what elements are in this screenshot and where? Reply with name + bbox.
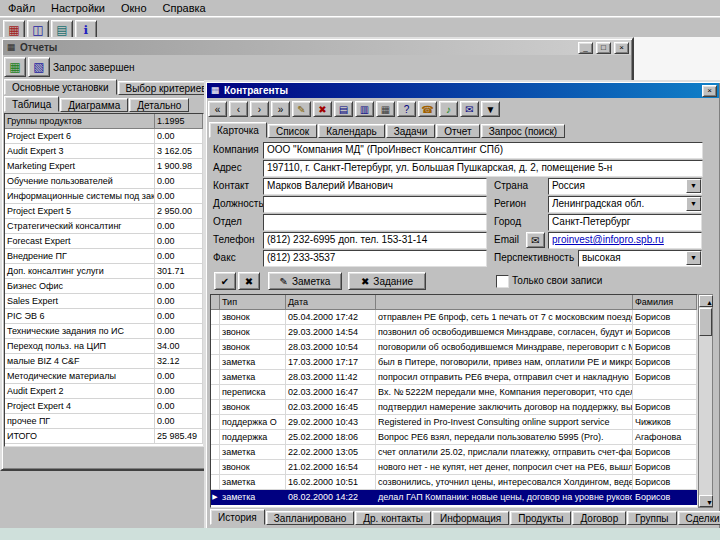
next-record-icon[interactable]: › — [250, 101, 269, 117]
menu-window[interactable]: Окно — [113, 1, 155, 15]
ИТОГО[interactable]: ИТОГО 25 985.49 — [5, 429, 203, 444]
tab-groups[interactable]: Группы — [627, 511, 676, 525]
apply-button[interactable]: ✔ — [214, 272, 236, 290]
scroll-up-button[interactable]: ▲ — [699, 295, 713, 307]
phone-field[interactable]: (812) 232-6995 доп. тел. 153-31-14 — [263, 232, 487, 249]
chevron-down-icon[interactable]: ▼ — [686, 251, 701, 265]
tab-contract[interactable]: Договор — [572, 511, 626, 525]
прочее ПГ[interactable]: прочее ПГ 0.00 — [5, 414, 203, 429]
close-button[interactable]: × — [614, 42, 629, 54]
Forecast Expert[interactable]: Forecast Expert 0.00 — [5, 234, 203, 249]
dropdown-icon[interactable]: ▼ — [481, 101, 500, 117]
tab-tasks[interactable]: Задачи — [386, 124, 436, 138]
history-row[interactable]: заметка 16.02.2000 10:51 созвонились, ут… — [211, 475, 697, 490]
print-icon[interactable]: ▦ — [376, 101, 395, 117]
fax-field[interactable]: (812) 233-3537 — [263, 250, 487, 267]
task-button[interactable]: ✖ Задание — [348, 272, 426, 290]
Audit Expert 3[interactable]: Audit Expert 3 3 162.05 — [5, 144, 203, 159]
description-column-header[interactable] — [376, 295, 633, 310]
note-button[interactable]: ✎ Заметка — [268, 272, 342, 290]
history-row[interactable]: поддержка О 29.02.2000 10:43 Registered … — [211, 415, 697, 430]
send-email-button[interactable]: ✉ — [526, 232, 545, 248]
tab-table[interactable]: Таблица — [4, 96, 59, 112]
mail-icon[interactable]: ✉ — [460, 101, 479, 117]
scrollbar-thumb[interactable] — [699, 308, 712, 336]
tab-planned[interactable]: Запланировано — [266, 511, 355, 525]
Project Expert 6[interactable]: Project Expert 6 0.00 — [5, 129, 203, 144]
surname-column-header[interactable]: Фамилия — [633, 295, 697, 310]
client-titlebar[interactable]: ▦ Контрагенты × — [207, 83, 719, 98]
PIC ЭВ 6[interactable]: PIC ЭВ 6 0.00 — [5, 309, 203, 324]
chevron-down-icon[interactable]: ▼ — [686, 179, 701, 193]
email-field[interactable]: proinvest@infopro.spb.ru — [548, 232, 702, 249]
Project Expert 5[interactable]: Project Expert 5 2 950.00 — [5, 204, 203, 219]
history-row[interactable]: звонок 28.03.2000 10:54 поговорили об ос… — [211, 340, 697, 355]
Audit Expert 2[interactable]: Audit Expert 2 0.00 — [5, 384, 203, 399]
report-col-period[interactable]: 1.1995 — [155, 114, 203, 129]
type-column-header[interactable]: Тип — [220, 295, 286, 310]
history-row[interactable]: переписка 02.03.2000 16:47 Вх. № 5222М п… — [211, 385, 697, 400]
delete-record-icon[interactable]: ✖ — [313, 101, 332, 117]
history-header[interactable]: Тип Дата Фамилия — [211, 295, 697, 310]
sound-icon[interactable]: ♪ — [439, 101, 458, 117]
Sales Expert[interactable]: Sales Expert 0.00 — [5, 294, 203, 309]
scroll-down-button[interactable]: ▼ — [699, 495, 713, 507]
save-record-icon[interactable]: ▥ — [355, 101, 374, 117]
last-record-icon[interactable]: » — [271, 101, 290, 117]
region-combobox[interactable]: Ленинградская обл. ▼ — [548, 196, 702, 213]
history-row[interactable]: заметка 17.03.2000 17:17 был в Питере, п… — [211, 355, 697, 370]
edit-query-icon[interactable]: ▧ — [28, 57, 50, 77]
department-field[interactable] — [263, 214, 487, 231]
tab-products[interactable]: Продукты — [510, 511, 571, 525]
contact-field[interactable]: Марков Валерий Иванович — [263, 178, 487, 195]
date-column-header[interactable]: Дата — [286, 295, 376, 310]
report-col-products[interactable]: Группы продуктов — [5, 114, 155, 129]
tab-other-contacts[interactable]: Др. контакты — [355, 511, 431, 525]
history-scrollbar[interactable]: ▲ ▼ — [698, 294, 713, 508]
tab-query-search[interactable]: Запрос (поиск) — [481, 124, 566, 138]
tab-card[interactable]: Карточка — [209, 122, 267, 138]
city-field[interactable]: Санкт-Петербург — [548, 214, 702, 231]
only-my-records-checkbox[interactable] — [496, 275, 509, 288]
tab-report[interactable]: Отчет — [436, 124, 479, 138]
tab-deals[interactable]: Сделки — [678, 511, 720, 525]
cancel-button[interactable]: ✖ — [238, 272, 260, 290]
help-icon[interactable]: ? — [397, 101, 416, 117]
Методические материалы[interactable]: Методические материалы 0.00 — [5, 369, 203, 384]
history-row[interactable]: звонок 05.04.2000 17:42 отправлен PE 6пр… — [211, 310, 697, 325]
country-combobox[interactable]: Россия ▼ — [548, 178, 702, 195]
tab-list[interactable]: Список — [268, 124, 317, 138]
Доп. консалтинг услуги[interactable]: Доп. консалтинг услуги 301.71 — [5, 264, 203, 279]
menu-settings[interactable]: Настройки — [43, 1, 113, 15]
minimize-button[interactable]: _ — [578, 42, 593, 54]
menu-help[interactable]: Справка — [155, 1, 214, 15]
history-row[interactable]: заметка 22.02.2000 13:05 счет оплатили 2… — [211, 445, 697, 460]
maximize-button[interactable]: □ — [596, 42, 611, 54]
tab-chart[interactable]: Диаграмма — [60, 98, 128, 112]
email-value[interactable]: proinvest@infopro.spb.ru — [552, 233, 699, 246]
Обучение пользователей[interactable]: Обучение пользователей 0.00 — [5, 174, 203, 189]
phone-icon[interactable]: ☎ — [418, 101, 437, 117]
Бизнес Офис[interactable]: Бизнес Офис 0.00 — [5, 279, 203, 294]
report-table-header[interactable]: Группы продуктов 1.1995 — [5, 114, 203, 129]
address-field[interactable]: 197110, г. Санкт-Петербург, ул. Большая … — [263, 160, 703, 177]
history-row[interactable]: звонок 29.03.2000 14:54 позвонил об осво… — [211, 325, 697, 340]
position-field[interactable] — [263, 196, 487, 213]
close-button[interactable]: × — [702, 85, 717, 97]
new-record-icon[interactable]: ▤ — [334, 101, 353, 117]
tab-details[interactable]: Детально — [129, 98, 189, 112]
menu-file[interactable]: Файл — [0, 1, 43, 15]
history-row[interactable]: ▶ заметка 08.02.2000 14:22 делал ГАП Ком… — [211, 490, 697, 505]
tab-information[interactable]: Информация — [432, 511, 509, 525]
prospects-combobox[interactable]: высокая ▼ — [578, 250, 702, 267]
Marketing Expert[interactable]: Marketing Expert 1 900.98 — [5, 159, 203, 174]
tab-basic-settings[interactable]: Основные установки — [4, 79, 117, 95]
first-record-icon[interactable]: « — [208, 101, 227, 117]
tab-history[interactable]: История — [210, 509, 265, 525]
reports-titlebar[interactable]: ▦ Отчеты _ □ × — [3, 40, 631, 55]
run-query-icon[interactable]: ▦ — [4, 57, 26, 77]
tab-calendar[interactable]: Календарь — [318, 124, 384, 138]
Project Expert 4[interactable]: Project Expert 4 0.00 — [5, 399, 203, 414]
Переход польз. на ЦИП[interactable]: Переход польз. на ЦИП 34.00 — [5, 339, 203, 354]
edit-record-icon[interactable]: ✎ — [292, 101, 311, 117]
